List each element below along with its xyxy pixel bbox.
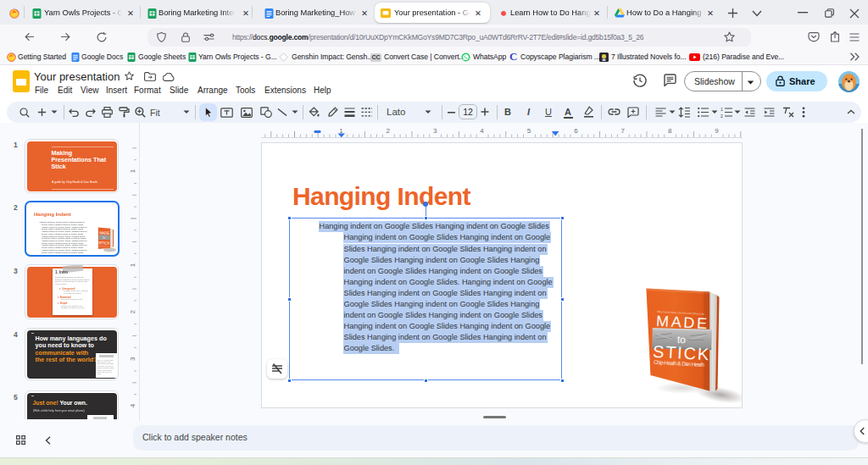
svg-text:4: 4: [480, 127, 484, 135]
svg-text:2: 2: [721, 113, 723, 119]
svg-text:2: 2: [387, 127, 391, 135]
svg-text:3: 3: [129, 357, 136, 361]
svg-text:7: 7: [621, 127, 626, 135]
svg-text:1: 1: [721, 107, 723, 112]
svg-text:4: 4: [129, 403, 136, 407]
svg-text:6: 6: [574, 127, 578, 135]
svg-text:STICK: STICK: [98, 241, 111, 246]
svg-text:1: 1: [129, 263, 136, 267]
svg-text:to: to: [103, 236, 105, 240]
svg-text:1: 1: [129, 169, 136, 173]
svg-text:2: 2: [129, 310, 136, 314]
svg-text:5: 5: [527, 127, 531, 135]
svg-text:3: 3: [433, 127, 437, 135]
svg-text:MADE: MADE: [99, 230, 109, 235]
svg-text:8: 8: [668, 127, 672, 135]
svg-text:9: 9: [715, 127, 719, 135]
